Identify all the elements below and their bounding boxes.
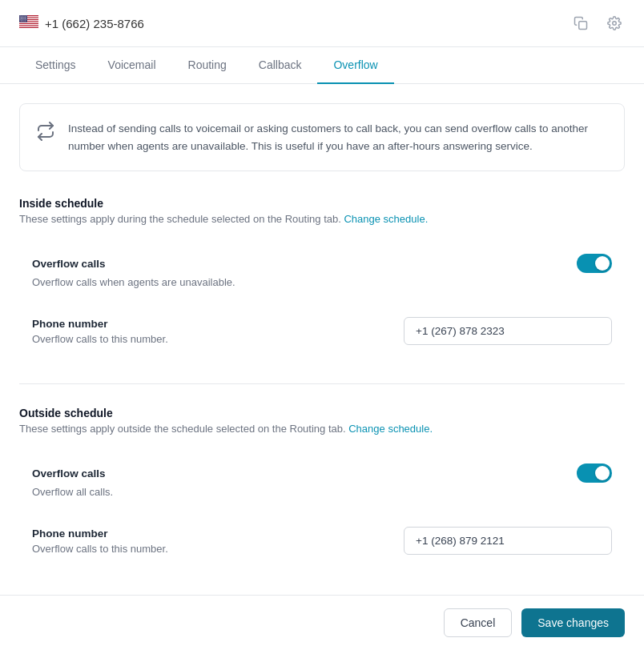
- copy-icon: [574, 16, 588, 30]
- inside-phone-label: Phone number: [32, 318, 168, 330]
- inside-schedule-section: Inside schedule These settings apply dur…: [19, 197, 625, 358]
- svg-point-14: [25, 17, 26, 18]
- outside-phone-row-inner: Phone number Overflow calls to this numb…: [32, 527, 612, 555]
- svg-rect-4: [19, 22, 38, 23]
- inside-phone-input[interactable]: [404, 317, 612, 345]
- phone-number: +1 (662) 235-8766: [45, 17, 144, 30]
- svg-point-13: [22, 17, 23, 18]
- inside-change-schedule-link[interactable]: Change schedule.: [344, 213, 428, 225]
- header-left: +1 (662) 235-8766: [19, 15, 144, 31]
- inside-phone-sublabel: Overflow calls to this number.: [32, 333, 168, 345]
- inside-phone-row-inner: Phone number Overflow calls to this numb…: [32, 317, 612, 345]
- svg-point-23: [22, 19, 22, 20]
- gear-icon: [607, 16, 622, 30]
- outside-phone-label: Phone number: [32, 528, 168, 540]
- tab-voicemail[interactable]: Voicemail: [92, 47, 172, 84]
- inside-phone-number-row: Phone number Overflow calls to this numb…: [19, 304, 625, 358]
- save-button[interactable]: Save changes: [521, 608, 625, 637]
- footer: Cancel Save changes: [0, 595, 644, 650]
- inside-overflow-toggle[interactable]: [577, 254, 612, 273]
- svg-point-17: [24, 18, 25, 18]
- svg-point-22: [20, 19, 21, 20]
- outside-phone-input[interactable]: [404, 527, 612, 555]
- outside-schedule-section: Outside schedule These settings apply ou…: [19, 407, 625, 568]
- outside-phone-sublabel: Overflow calls to this number.: [32, 543, 168, 555]
- inside-overflow-calls-label: Overflow calls: [32, 258, 106, 270]
- svg-point-12: [21, 17, 22, 18]
- header: +1 (662) 235-8766: [0, 0, 644, 47]
- svg-point-18: [26, 18, 26, 18]
- outside-schedule-description: These settings apply outside the schedul…: [19, 423, 625, 435]
- svg-point-20: [22, 18, 23, 19]
- section-divider: [19, 383, 625, 384]
- svg-point-27: [22, 21, 23, 22]
- tab-callback[interactable]: Callback: [243, 47, 318, 84]
- outside-overflow-toggle[interactable]: [577, 463, 612, 483]
- svg-point-10: [24, 16, 25, 17]
- svg-point-19: [21, 18, 22, 19]
- outside-change-schedule-link[interactable]: Change schedule.: [348, 423, 433, 435]
- svg-point-24: [24, 19, 25, 20]
- svg-rect-6: [19, 26, 38, 27]
- svg-point-9: [22, 16, 22, 17]
- outside-schedule-title: Outside schedule: [19, 407, 625, 419]
- cancel-button[interactable]: Cancel: [444, 608, 513, 637]
- svg-point-11: [26, 16, 26, 17]
- flag-icon: [19, 15, 38, 31]
- settings-button[interactable]: [604, 13, 625, 34]
- inside-overflow-calls-sublabel: Overflow calls when agents are unavailab…: [32, 276, 612, 288]
- svg-point-28: [25, 21, 26, 22]
- inside-overflow-toggle-slider: [577, 254, 612, 273]
- tab-routing[interactable]: Routing: [172, 47, 243, 84]
- tab-bar: Settings Voicemail Routing Callback Over…: [0, 47, 644, 84]
- overflow-info-icon: [36, 122, 55, 145]
- inside-overflow-calls-row: Overflow calls Overflow calls when agent…: [19, 241, 625, 301]
- outside-overflow-calls-row: Overflow calls Overflow all calls.: [19, 451, 625, 511]
- inside-schedule-description: These settings apply during the schedule…: [19, 213, 625, 225]
- svg-point-16: [22, 18, 22, 18]
- info-description: Instead of sending calls to voicemail or…: [68, 120, 608, 154]
- outside-overflow-calls-sublabel: Overflow all calls.: [32, 486, 612, 498]
- outside-overflow-calls-label: Overflow calls: [32, 467, 106, 479]
- svg-point-15: [20, 18, 21, 18]
- info-box: Instead of sending calls to voicemail or…: [19, 103, 625, 171]
- inside-schedule-title: Inside schedule: [19, 197, 625, 210]
- outside-phone-number-row: Phone number Overflow calls to this numb…: [19, 514, 625, 568]
- svg-point-8: [20, 16, 21, 17]
- svg-rect-5: [19, 24, 38, 25]
- svg-point-26: [21, 21, 22, 22]
- svg-point-25: [26, 19, 26, 20]
- inside-phone-label-group: Phone number Overflow calls to this numb…: [32, 318, 168, 345]
- inside-overflow-calls-header: Overflow calls: [32, 254, 612, 273]
- outside-overflow-toggle-slider: [577, 463, 612, 483]
- outside-overflow-calls-header: Overflow calls: [32, 463, 612, 483]
- tab-overflow[interactable]: Overflow: [317, 47, 393, 84]
- svg-rect-29: [579, 22, 587, 30]
- tab-settings[interactable]: Settings: [19, 47, 92, 84]
- header-actions: [570, 13, 625, 34]
- svg-point-30: [613, 22, 617, 26]
- outside-phone-label-group: Phone number Overflow calls to this numb…: [32, 528, 168, 555]
- main-content: Instead of sending calls to voicemail or…: [0, 84, 644, 612]
- copy-button[interactable]: [570, 13, 591, 34]
- svg-point-21: [25, 18, 26, 19]
